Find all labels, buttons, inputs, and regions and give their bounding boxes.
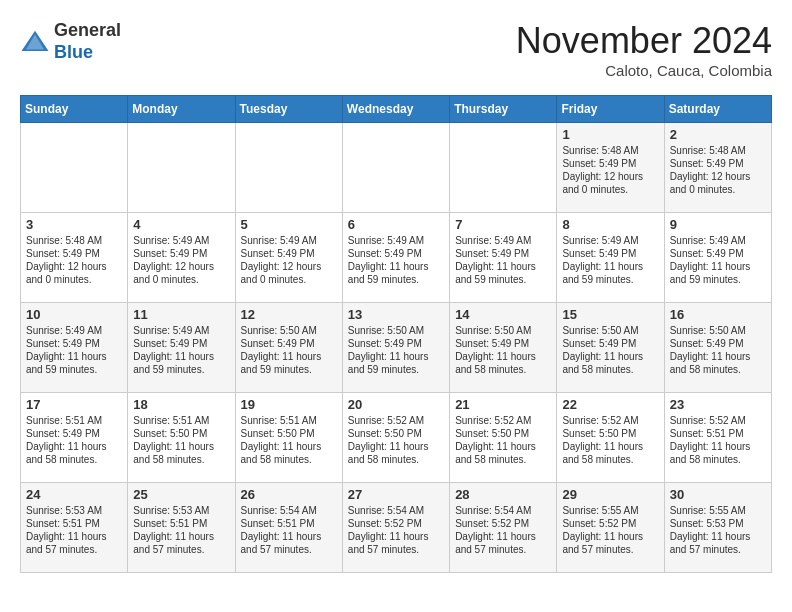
weekday-header-thursday: Thursday: [450, 96, 557, 123]
calendar-cell: 10Sunrise: 5:49 AMSunset: 5:49 PMDayligh…: [21, 303, 128, 393]
day-info: Sunset: 5:50 PM: [133, 427, 229, 440]
day-number: 2: [670, 127, 766, 142]
day-info: Sunset: 5:49 PM: [562, 247, 658, 260]
day-info: Sunrise: 5:49 AM: [133, 324, 229, 337]
calendar-cell: 12Sunrise: 5:50 AMSunset: 5:49 PMDayligh…: [235, 303, 342, 393]
day-number: 7: [455, 217, 551, 232]
day-info: Sunset: 5:49 PM: [562, 157, 658, 170]
calendar-cell: 24Sunrise: 5:53 AMSunset: 5:51 PMDayligh…: [21, 483, 128, 573]
day-info: Sunset: 5:49 PM: [348, 247, 444, 260]
title-block: November 2024 Caloto, Cauca, Colombia: [516, 20, 772, 79]
weekday-header-tuesday: Tuesday: [235, 96, 342, 123]
day-info: Daylight: 12 hours and 0 minutes.: [562, 170, 658, 196]
day-info: Sunrise: 5:51 AM: [241, 414, 337, 427]
logo-text: General Blue: [54, 20, 121, 63]
day-info: Sunrise: 5:49 AM: [348, 234, 444, 247]
day-info: Sunrise: 5:49 AM: [26, 324, 122, 337]
day-info: Daylight: 12 hours and 0 minutes.: [133, 260, 229, 286]
calendar-cell: 4Sunrise: 5:49 AMSunset: 5:49 PMDaylight…: [128, 213, 235, 303]
day-info: Daylight: 12 hours and 0 minutes.: [26, 260, 122, 286]
day-info: Daylight: 11 hours and 57 minutes.: [26, 530, 122, 556]
day-number: 17: [26, 397, 122, 412]
calendar-cell: [235, 123, 342, 213]
calendar-cell: 28Sunrise: 5:54 AMSunset: 5:52 PMDayligh…: [450, 483, 557, 573]
day-number: 14: [455, 307, 551, 322]
day-info: Sunset: 5:49 PM: [26, 337, 122, 350]
day-number: 22: [562, 397, 658, 412]
day-info: Sunset: 5:49 PM: [348, 337, 444, 350]
day-info: Sunrise: 5:49 AM: [455, 234, 551, 247]
day-info: Daylight: 11 hours and 58 minutes.: [562, 440, 658, 466]
day-info: Sunset: 5:51 PM: [133, 517, 229, 530]
day-info: Sunrise: 5:54 AM: [241, 504, 337, 517]
day-info: Daylight: 12 hours and 0 minutes.: [670, 170, 766, 196]
day-number: 25: [133, 487, 229, 502]
day-info: Sunrise: 5:49 AM: [133, 234, 229, 247]
day-info: Sunset: 5:52 PM: [455, 517, 551, 530]
day-info: Daylight: 11 hours and 58 minutes.: [26, 440, 122, 466]
day-info: Sunset: 5:51 PM: [241, 517, 337, 530]
day-info: Daylight: 11 hours and 58 minutes.: [562, 350, 658, 376]
day-number: 11: [133, 307, 229, 322]
day-info: Sunset: 5:49 PM: [670, 157, 766, 170]
calendar-cell: 7Sunrise: 5:49 AMSunset: 5:49 PMDaylight…: [450, 213, 557, 303]
day-info: Sunrise: 5:48 AM: [670, 144, 766, 157]
day-info: Sunrise: 5:50 AM: [241, 324, 337, 337]
day-info: Sunset: 5:50 PM: [455, 427, 551, 440]
calendar-cell: 18Sunrise: 5:51 AMSunset: 5:50 PMDayligh…: [128, 393, 235, 483]
calendar-cell: 14Sunrise: 5:50 AMSunset: 5:49 PMDayligh…: [450, 303, 557, 393]
day-number: 28: [455, 487, 551, 502]
day-info: Daylight: 11 hours and 58 minutes.: [455, 440, 551, 466]
calendar-cell: 15Sunrise: 5:50 AMSunset: 5:49 PMDayligh…: [557, 303, 664, 393]
logo: General Blue: [20, 20, 121, 63]
day-info: Sunrise: 5:53 AM: [133, 504, 229, 517]
day-info: Sunset: 5:50 PM: [348, 427, 444, 440]
day-number: 29: [562, 487, 658, 502]
day-info: Sunset: 5:49 PM: [26, 247, 122, 260]
day-number: 3: [26, 217, 122, 232]
day-info: Sunrise: 5:48 AM: [26, 234, 122, 247]
day-info: Sunset: 5:49 PM: [455, 247, 551, 260]
day-info: Sunset: 5:52 PM: [562, 517, 658, 530]
day-info: Sunrise: 5:49 AM: [562, 234, 658, 247]
calendar-cell: 1Sunrise: 5:48 AMSunset: 5:49 PMDaylight…: [557, 123, 664, 213]
day-info: Sunset: 5:53 PM: [670, 517, 766, 530]
calendar-table: SundayMondayTuesdayWednesdayThursdayFrid…: [20, 95, 772, 573]
weekday-header-monday: Monday: [128, 96, 235, 123]
day-number: 27: [348, 487, 444, 502]
day-info: Daylight: 11 hours and 57 minutes.: [455, 530, 551, 556]
day-number: 1: [562, 127, 658, 142]
day-number: 21: [455, 397, 551, 412]
weekday-header-saturday: Saturday: [664, 96, 771, 123]
calendar-cell: 25Sunrise: 5:53 AMSunset: 5:51 PMDayligh…: [128, 483, 235, 573]
day-info: Daylight: 11 hours and 58 minutes.: [670, 350, 766, 376]
day-info: Sunset: 5:49 PM: [455, 337, 551, 350]
calendar-cell: 3Sunrise: 5:48 AMSunset: 5:49 PMDaylight…: [21, 213, 128, 303]
day-info: Daylight: 11 hours and 58 minutes.: [133, 440, 229, 466]
day-info: Sunrise: 5:52 AM: [348, 414, 444, 427]
calendar-cell: 19Sunrise: 5:51 AMSunset: 5:50 PMDayligh…: [235, 393, 342, 483]
day-info: Sunrise: 5:53 AM: [26, 504, 122, 517]
day-number: 18: [133, 397, 229, 412]
day-info: Sunset: 5:49 PM: [241, 247, 337, 260]
logo-icon: [20, 27, 50, 57]
day-info: Sunrise: 5:50 AM: [455, 324, 551, 337]
day-info: Sunset: 5:49 PM: [26, 427, 122, 440]
day-info: Daylight: 11 hours and 57 minutes.: [348, 530, 444, 556]
day-info: Sunset: 5:50 PM: [562, 427, 658, 440]
day-number: 23: [670, 397, 766, 412]
day-info: Daylight: 11 hours and 58 minutes.: [348, 440, 444, 466]
day-info: Sunset: 5:51 PM: [670, 427, 766, 440]
calendar-cell: 26Sunrise: 5:54 AMSunset: 5:51 PMDayligh…: [235, 483, 342, 573]
day-info: Sunrise: 5:48 AM: [562, 144, 658, 157]
day-number: 26: [241, 487, 337, 502]
day-number: 5: [241, 217, 337, 232]
day-info: Sunrise: 5:55 AM: [562, 504, 658, 517]
day-info: Sunset: 5:49 PM: [241, 337, 337, 350]
calendar-cell: 2Sunrise: 5:48 AMSunset: 5:49 PMDaylight…: [664, 123, 771, 213]
calendar-cell: 30Sunrise: 5:55 AMSunset: 5:53 PMDayligh…: [664, 483, 771, 573]
day-info: Daylight: 11 hours and 57 minutes.: [241, 530, 337, 556]
day-info: Daylight: 11 hours and 59 minutes.: [455, 260, 551, 286]
day-info: Sunset: 5:49 PM: [670, 247, 766, 260]
day-number: 19: [241, 397, 337, 412]
